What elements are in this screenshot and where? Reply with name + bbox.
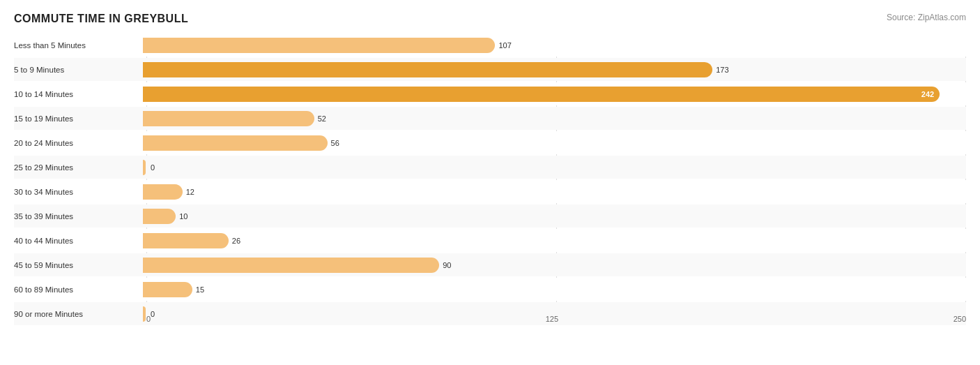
bar-fill [143, 111, 314, 126]
bar-fill [143, 38, 495, 53]
bar-label: 30 to 34 Minutes [14, 188, 143, 196]
bar-value: 90 [443, 261, 451, 269]
bar-row: 20 to 24 Minutes56 [14, 131, 966, 154]
bar-fill: 242 [143, 87, 940, 102]
bar-track: 15 [143, 282, 966, 297]
bar-label: 35 to 39 Minutes [14, 212, 143, 221]
bar-track: 0 [143, 160, 966, 175]
bar-label: 5 to 9 Minutes [14, 66, 143, 74]
x-axis-label-0: 0 [146, 315, 151, 323]
bar-fill [143, 62, 712, 77]
bar-track: 56 [143, 135, 966, 151]
chart-container: COMMUTE TIME IN GREYBULL Source: ZipAtla… [0, 0, 980, 365]
bar-fill [143, 184, 183, 200]
chart-header: COMMUTE TIME IN GREYBULL Source: ZipAtla… [14, 13, 966, 25]
bar-label: Less than 5 Minutes [14, 41, 143, 50]
bar-value: 107 [498, 41, 511, 50]
bar-row: 10 to 14 Minutes242 [14, 82, 966, 105]
bars-section: Less than 5 Minutes1075 to 9 Minutes1731… [14, 33, 966, 304]
bar-label: 60 to 89 Minutes [14, 285, 143, 294]
bar-row: Less than 5 Minutes107 [14, 33, 966, 57]
x-axis-label-250: 250 [954, 315, 966, 323]
bar-track: 107 [143, 38, 966, 53]
x-axis-label-125: 125 [546, 315, 558, 323]
bar-row: 40 to 44 Minutes26 [14, 229, 966, 252]
bar-track: 26 [143, 233, 966, 248]
bar-label: 15 to 19 Minutes [14, 114, 143, 123]
bar-value: 0 [151, 163, 155, 172]
bar-track: 90 [143, 258, 966, 273]
bar-value: 10 [179, 212, 187, 221]
bar-row: 35 to 39 Minutes10 [14, 204, 966, 228]
bar-fill [143, 233, 229, 248]
bar-value: 173 [716, 66, 728, 74]
bar-fill [143, 209, 176, 224]
bar-label: 25 to 29 Minutes [14, 163, 143, 172]
bar-value: 15 [196, 285, 204, 294]
bar-value: 26 [232, 237, 240, 245]
bar-fill [143, 306, 146, 322]
x-axis: 0 125 250 [146, 315, 966, 323]
bar-label: 10 to 14 Minutes [14, 90, 143, 98]
chart-source: Source: ZipAtlas.com [887, 13, 966, 22]
bar-label: 90 or more Minutes [14, 310, 143, 318]
bar-label: 40 to 44 Minutes [14, 237, 143, 245]
bar-row: 15 to 19 Minutes52 [14, 107, 966, 130]
chart-area: Less than 5 Minutes1075 to 9 Minutes1731… [14, 33, 966, 323]
bar-row: 5 to 9 Minutes173 [14, 58, 966, 81]
chart-title: COMMUTE TIME IN GREYBULL [14, 13, 188, 25]
bar-row: 60 to 89 Minutes15 [14, 278, 966, 301]
bar-fill [143, 258, 439, 273]
bar-track: 173 [143, 62, 966, 77]
bar-row: 30 to 34 Minutes12 [14, 180, 966, 203]
bar-value: 52 [318, 114, 326, 123]
bar-value: 242 [921, 90, 934, 98]
bar-fill [143, 160, 146, 175]
bar-label: 20 to 24 Minutes [14, 139, 143, 147]
bar-row: 45 to 59 Minutes90 [14, 253, 966, 276]
bar-track: 10 [143, 209, 966, 224]
bar-fill [143, 282, 192, 297]
bar-value: 56 [331, 139, 339, 147]
bar-track: 12 [143, 184, 966, 200]
bar-track: 52 [143, 111, 966, 126]
bar-value: 12 [186, 188, 194, 196]
bar-fill [143, 135, 328, 151]
bar-row: 25 to 29 Minutes0 [14, 156, 966, 179]
bar-label: 45 to 59 Minutes [14, 261, 143, 269]
bar-track: 242 [143, 87, 966, 102]
